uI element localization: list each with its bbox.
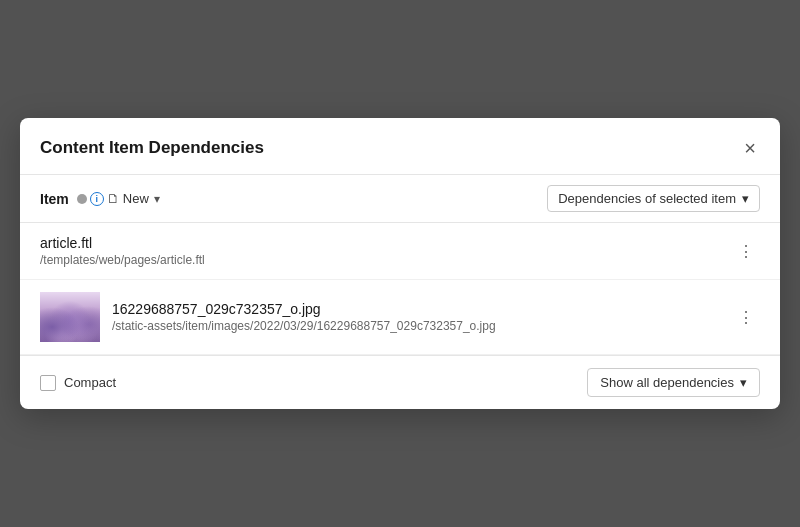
item-path: /static-assets/item/images/2022/03/29/16…: [112, 319, 720, 333]
dialog: Content Item Dependencies × Item i 🗋 New…: [20, 118, 780, 409]
item-more-button[interactable]: ⋮: [732, 304, 760, 331]
list-item: article.ftl /templates/web/pages/article…: [20, 223, 780, 280]
item-info: 16229688757_029c732357_o.jpg /static-ass…: [112, 301, 720, 333]
item-chevron-button[interactable]: ▾: [152, 190, 162, 208]
list-item: 16229688757_029c732357_o.jpg /static-ass…: [20, 280, 780, 355]
content-list: article.ftl /templates/web/pages/article…: [20, 223, 780, 355]
status-icons: i 🗋 New ▾: [77, 190, 162, 208]
show-all-label: Show all dependencies: [600, 375, 734, 390]
status-dot-icon: [77, 194, 87, 204]
item-path: /templates/web/pages/article.ftl: [40, 253, 720, 267]
file-icon: 🗋: [107, 191, 120, 206]
show-all-dependencies-button[interactable]: Show all dependencies ▾: [587, 368, 760, 397]
item-info: article.ftl /templates/web/pages/article…: [40, 235, 720, 267]
item-more-button[interactable]: ⋮: [732, 238, 760, 265]
dependencies-dropdown-label: Dependencies of selected item: [558, 191, 736, 206]
toolbar-left: Item i 🗋 New ▾: [40, 190, 162, 208]
modal-title: Content Item Dependencies: [40, 138, 264, 158]
close-button[interactable]: ×: [740, 136, 760, 160]
dependencies-dropdown-button[interactable]: Dependencies of selected item ▾: [547, 185, 760, 212]
modal-header: Content Item Dependencies ×: [20, 118, 780, 175]
info-icon: i: [90, 192, 104, 206]
compact-checkbox[interactable]: [40, 375, 56, 391]
item-name: article.ftl: [40, 235, 720, 251]
dependencies-chevron-icon: ▾: [742, 191, 749, 206]
item-name: 16229688757_029c732357_o.jpg: [112, 301, 720, 317]
compact-label: Compact: [64, 375, 116, 390]
item-label: Item: [40, 191, 69, 207]
thumbnail-image: [40, 292, 100, 342]
compact-checkbox-label[interactable]: Compact: [40, 375, 116, 391]
modal-footer: Compact Show all dependencies ▾: [20, 355, 780, 409]
modal-overlay: Content Item Dependencies × Item i 🗋 New…: [0, 0, 800, 527]
item-thumbnail: [40, 292, 100, 342]
new-label: New: [123, 191, 149, 206]
show-all-chevron-icon: ▾: [740, 375, 747, 390]
toolbar: Item i 🗋 New ▾ Dependencies of selected …: [20, 175, 780, 223]
